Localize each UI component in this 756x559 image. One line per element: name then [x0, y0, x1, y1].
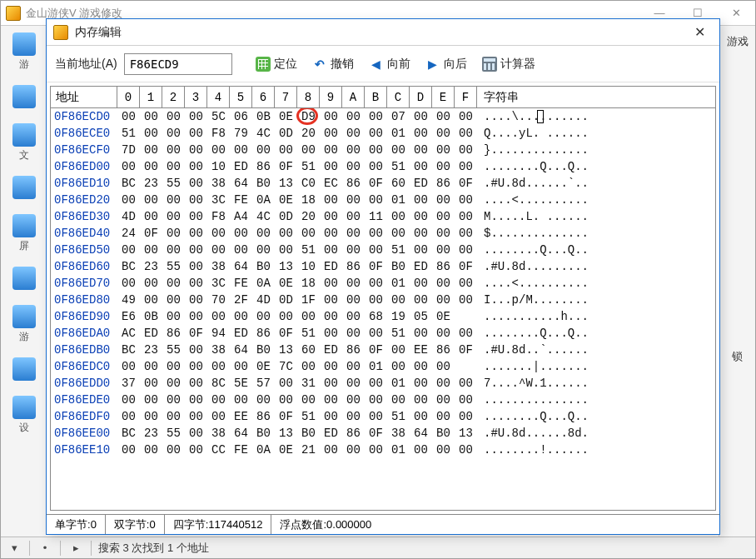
hex-byte[interactable]: 86 — [342, 175, 365, 192]
hex-byte[interactable]: 00 — [207, 308, 230, 325]
hex-byte[interactable]: F8 — [207, 125, 230, 142]
hex-byte[interactable]: 00 — [185, 175, 207, 192]
hex-byte[interactable]: 00 — [320, 125, 342, 142]
hex-byte[interactable]: 00 — [185, 225, 207, 242]
hex-byte[interactable]: 00 — [162, 375, 185, 392]
hex-byte[interactable]: 24 — [117, 225, 140, 242]
hex-byte[interactable]: 00 — [455, 158, 477, 175]
hex-byte[interactable]: 00 — [455, 375, 477, 392]
locate-button[interactable]: 定位 — [251, 54, 302, 74]
hex-byte[interactable]: 00 — [342, 358, 365, 375]
row-hex[interactable]: ACED860F94ED860F5100000051000000 — [117, 325, 477, 342]
hex-byte[interactable]: 00 — [320, 242, 342, 258]
hex-byte[interactable]: 00 — [410, 408, 432, 425]
hex-byte[interactable]: 00 — [140, 125, 162, 142]
hex-byte[interactable]: 00 — [320, 292, 342, 308]
row-ascii[interactable]: ........!...... — [477, 442, 715, 458]
row-hex[interactable]: 370000008C5E57003100000001000000 — [117, 375, 477, 392]
row-ascii[interactable]: ........Q...Q.. — [477, 158, 715, 175]
parent-left-item[interactable] — [1, 169, 47, 207]
hex-byte[interactable]: 0E — [252, 358, 275, 375]
hex-byte[interactable]: 00 — [365, 392, 387, 408]
row-ascii[interactable]: ...........h... — [477, 308, 715, 325]
hex-byte[interactable] — [455, 308, 477, 325]
hex-byte[interactable]: 00 — [455, 108, 477, 125]
hex-byte[interactable]: 00 — [410, 292, 432, 308]
parent-left-item[interactable] — [1, 260, 47, 298]
hex-byte[interactable]: 00 — [320, 275, 342, 292]
hex-byte[interactable]: 60 — [297, 342, 320, 358]
row-hex[interactable]: 4D000000F8A44C0D2000001100000000 — [117, 208, 477, 225]
hex-byte[interactable]: 00 — [162, 358, 185, 375]
hex-byte[interactable]: E6 — [117, 308, 140, 325]
row-hex[interactable]: 000000003CFE0A0E1800000001000000 — [117, 275, 477, 292]
hex-byte[interactable]: 00 — [432, 225, 455, 242]
hex-byte[interactable]: 00 — [342, 108, 365, 125]
hex-byte[interactable]: 00 — [365, 125, 387, 142]
row-hex[interactable]: 00000000CCFE0A0E2100000001000000 — [117, 442, 477, 458]
hex-byte[interactable]: 00 — [342, 408, 365, 425]
hex-byte[interactable]: 68 — [365, 308, 387, 325]
hex-byte[interactable]: 23 — [140, 175, 162, 192]
hex-byte[interactable]: BC — [117, 342, 140, 358]
hex-byte[interactable]: 10 — [297, 258, 320, 275]
hex-byte[interactable]: ED — [320, 425, 342, 442]
hex-byte[interactable]: 00 — [252, 225, 275, 242]
hex-byte[interactable]: 55 — [162, 258, 185, 275]
hex-byte[interactable]: 00 — [342, 275, 365, 292]
hex-byte[interactable]: 00 — [117, 275, 140, 292]
hex-byte[interactable]: 55 — [162, 425, 185, 442]
hex-byte[interactable]: 01 — [387, 442, 410, 458]
hex-byte[interactable]: 0F — [275, 325, 297, 342]
hex-byte[interactable]: 0B — [252, 108, 275, 125]
hex-byte[interactable]: 00 — [387, 392, 410, 408]
hex-byte[interactable]: 0F — [275, 158, 297, 175]
hex-byte[interactable]: 86 — [252, 325, 275, 342]
hex-byte[interactable]: 06 — [230, 108, 252, 125]
hex-byte[interactable]: 5E — [230, 375, 252, 392]
hex-byte[interactable]: 0F — [365, 175, 387, 192]
hex-byte[interactable]: 00 — [432, 275, 455, 292]
hex-byte[interactable]: B0 — [387, 258, 410, 275]
hex-byte[interactable]: 00 — [140, 192, 162, 208]
hex-byte[interactable]: 00 — [455, 125, 477, 142]
hex-byte[interactable]: 00 — [342, 375, 365, 392]
parent-left-item[interactable]: 游 — [1, 26, 47, 78]
hex-byte[interactable]: 4D — [117, 208, 140, 225]
hex-byte[interactable]: 00 — [432, 242, 455, 258]
hex-byte[interactable]: 00 — [455, 325, 477, 342]
hex-byte[interactable]: 00 — [455, 292, 477, 308]
hex-byte[interactable]: 55 — [162, 342, 185, 358]
hex-byte[interactable]: 00 — [455, 242, 477, 258]
hex-byte[interactable]: 13 — [275, 342, 297, 358]
hex-byte[interactable]: 00 — [432, 208, 455, 225]
hex-byte[interactable]: 51 — [297, 242, 320, 258]
hex-byte[interactable]: BC — [117, 425, 140, 442]
hex-row[interactable]: 0F86ED40240F0000000000000000000000000000… — [51, 225, 715, 242]
hex-byte[interactable]: 00 — [185, 442, 207, 458]
hex-byte[interactable]: 38 — [207, 425, 230, 442]
hex-byte[interactable]: 00 — [365, 242, 387, 258]
hex-byte[interactable]: 00 — [432, 408, 455, 425]
hex-byte[interactable]: 00 — [410, 375, 432, 392]
hex-byte[interactable]: 57 — [252, 375, 275, 392]
hex-byte[interactable]: 00 — [455, 192, 477, 208]
hex-byte[interactable]: 00 — [207, 142, 230, 158]
hex-byte[interactable]: 00 — [365, 142, 387, 158]
hex-byte[interactable]: 00 — [410, 325, 432, 342]
parent-left-item[interactable]: 屏 — [1, 207, 47, 260]
parent-left-item[interactable]: 设 — [1, 389, 47, 442]
hex-byte[interactable]: 00 — [320, 192, 342, 208]
hex-byte[interactable]: 13 — [275, 425, 297, 442]
hex-byte[interactable]: 00 — [320, 142, 342, 158]
hex-byte[interactable]: 49 — [117, 292, 140, 308]
hex-byte[interactable]: 00 — [117, 158, 140, 175]
hex-byte[interactable]: 00 — [275, 142, 297, 158]
hex-byte[interactable]: 3C — [207, 275, 230, 292]
row-ascii[interactable]: .#U.8d..`...... — [477, 342, 715, 358]
hex-byte[interactable]: EE — [230, 408, 252, 425]
row-ascii[interactable]: Q....yL. ...... — [477, 125, 715, 142]
hex-byte[interactable]: 18 — [297, 192, 320, 208]
hex-byte[interactable]: 00 — [275, 392, 297, 408]
hex-byte[interactable]: 00 — [297, 142, 320, 158]
